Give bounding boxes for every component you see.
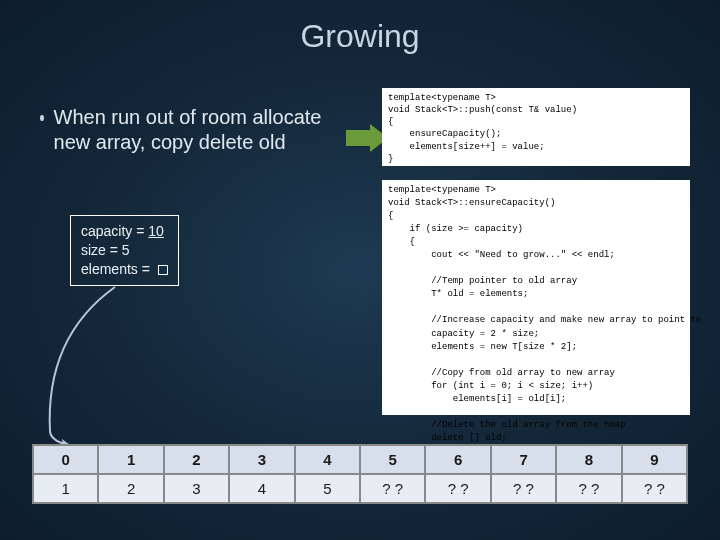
- table-header: 1: [98, 445, 163, 474]
- table-cell: ? ?: [360, 474, 425, 503]
- table-cell: ? ?: [556, 474, 621, 503]
- elements-line: elements =: [81, 260, 168, 279]
- size-value: 5: [122, 242, 130, 258]
- size-line: size = 5: [81, 241, 168, 260]
- capacity-line: capacity = 10: [81, 222, 168, 241]
- array-table: 0 1 2 3 4 5 6 7 8 9 1 2 3 4 5 ? ? ? ? ? …: [32, 444, 688, 504]
- curved-arrow-icon: [40, 282, 160, 452]
- table-header: 4: [295, 445, 360, 474]
- bullet-dot-icon: [40, 115, 44, 121]
- table-header: 8: [556, 445, 621, 474]
- table-cell: 3: [164, 474, 229, 503]
- bullet-text: When run out of room allocate new array,…: [54, 105, 350, 155]
- pointer-box-icon: [158, 265, 168, 275]
- capacity-label: capacity =: [81, 223, 148, 239]
- table-value-row: 1 2 3 4 5 ? ? ? ? ? ? ? ? ? ?: [33, 474, 687, 503]
- table-cell: 4: [229, 474, 294, 503]
- bullet-item: When run out of room allocate new array,…: [40, 105, 350, 155]
- page-title: Growing: [0, 0, 720, 55]
- elements-label: elements =: [81, 261, 154, 277]
- table-cell: 5: [295, 474, 360, 503]
- table-header: 0: [33, 445, 98, 474]
- table-header-row: 0 1 2 3 4 5 6 7 8 9: [33, 445, 687, 474]
- table-header: 2: [164, 445, 229, 474]
- table-header: 9: [622, 445, 687, 474]
- table-cell: 1: [33, 474, 98, 503]
- table-header: 3: [229, 445, 294, 474]
- table-header: 6: [425, 445, 490, 474]
- table-cell: ? ?: [491, 474, 556, 503]
- code-snippet-push: template<typename T> void Stack<T>::push…: [382, 88, 690, 166]
- size-label: size =: [81, 242, 122, 258]
- code-snippet-ensure-capacity: template<typename T> void Stack<T>::ensu…: [382, 180, 690, 415]
- table-cell: ? ?: [622, 474, 687, 503]
- capacity-value: 10: [148, 223, 164, 239]
- table-cell: ? ?: [425, 474, 490, 503]
- table-header: 7: [491, 445, 556, 474]
- state-box: capacity = 10 size = 5 elements =: [70, 215, 179, 286]
- table-cell: 2: [98, 474, 163, 503]
- table-header: 5: [360, 445, 425, 474]
